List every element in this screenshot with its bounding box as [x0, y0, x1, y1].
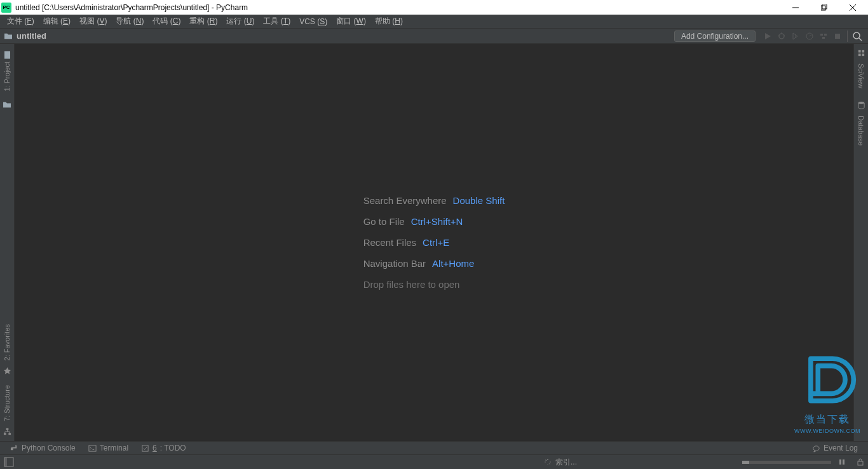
event-log-label: Event Log: [824, 444, 858, 452]
goto-file-shortcut: Ctrl+Shift+N: [411, 216, 463, 227]
search-everywhere-shortcut: Double Shift: [453, 195, 505, 206]
svg-rect-2: [822, 4, 827, 9]
tool-structure[interactable]: 7: Structure: [2, 381, 12, 425]
folder-icon[interactable]: [3, 101, 11, 109]
svg-rect-19: [8, 433, 11, 435]
svg-rect-26: [142, 445, 148, 451]
editor-area[interactable]: Search EverywhereDouble Shift Go to File…: [15, 44, 853, 441]
tool-windows-toggle-icon[interactable]: [4, 457, 14, 467]
terminal-label: Terminal: [100, 444, 128, 452]
empty-state: Search EverywhereDouble Shift Go to File…: [363, 185, 505, 300]
svg-rect-36: [839, 459, 841, 465]
svg-rect-22: [858, 53, 860, 56]
recent-files-shortcut: Ctrl+E: [423, 237, 449, 248]
tool-sciview[interactable]: SciView: [856, 60, 866, 92]
lock-icon[interactable]: [857, 458, 864, 466]
star-icon: [3, 367, 11, 375]
add-configuration-button[interactable]: Add Configuration...: [674, 31, 756, 42]
minimize-button[interactable]: [781, 0, 810, 15]
menu-bar: 文件 (F) 编辑 (E) 视图 (V) 导航 (N) 代码 (C) 重构 (R…: [0, 15, 868, 29]
close-button[interactable]: [838, 0, 867, 15]
svg-rect-20: [858, 50, 860, 53]
status-bar: 索引...: [0, 454, 868, 469]
todo-num: 6: [153, 444, 157, 452]
svg-rect-29: [4, 458, 7, 466]
menu-window[interactable]: 窗口 (W): [332, 15, 370, 28]
tool-sciview-label: SciView: [857, 64, 865, 88]
svg-rect-10: [820, 34, 823, 36]
breadcrumb-project[interactable]: untitled: [17, 31, 46, 41]
svg-line-15: [859, 38, 862, 41]
profile-icon[interactable]: [803, 29, 817, 43]
todo-icon: [141, 444, 149, 452]
spinner-icon: [544, 458, 552, 466]
menu-vcs[interactable]: VCS (S): [295, 16, 332, 27]
python-console-label: Python Console: [22, 444, 76, 452]
search-everywhere-icon[interactable]: [850, 29, 864, 43]
tool-terminal[interactable]: Terminal: [82, 444, 135, 452]
left-tool-stripe: 1: Project 2: Favorites 7: Structure: [0, 44, 15, 441]
tool-structure-label: 7: Structure: [3, 385, 11, 421]
menu-navigate[interactable]: 导航 (N): [111, 15, 148, 28]
goto-file-label: Go to File: [363, 216, 405, 227]
svg-rect-18: [3, 433, 6, 435]
svg-rect-1: [821, 6, 825, 10]
svg-point-14: [853, 32, 860, 39]
svg-line-34: [545, 460, 546, 461]
title-bar: PC untitled [C:\Users\Administrator\Pych…: [0, 0, 868, 15]
project-icon: [3, 50, 11, 59]
svg-point-5: [779, 34, 784, 39]
sciview-icon: [857, 49, 865, 57]
window-title: untitled [C:\Users\Administrator\Pycharm…: [15, 3, 781, 12]
menu-view[interactable]: 视图 (V): [75, 15, 111, 28]
svg-rect-25: [89, 445, 96, 451]
tool-project[interactable]: 1: Project: [1, 46, 13, 95]
stop-icon[interactable]: [831, 29, 844, 43]
svg-point-27: [813, 445, 819, 450]
concurrency-icon[interactable]: [817, 29, 831, 43]
pause-icon[interactable]: [839, 459, 845, 465]
tool-database[interactable]: Database: [856, 112, 866, 149]
right-tool-stripe: SciView Database: [853, 44, 868, 441]
svg-line-35: [549, 463, 550, 465]
menu-edit[interactable]: 编辑 (E): [39, 15, 75, 28]
svg-rect-17: [6, 428, 8, 430]
svg-rect-21: [862, 50, 864, 53]
bottom-tool-stripe: Python Console Terminal 6: TODO Event Lo…: [0, 441, 868, 454]
run-icon[interactable]: [761, 29, 775, 43]
menu-tools[interactable]: 工具 (T): [259, 15, 295, 28]
toolbar-separator: [847, 31, 848, 42]
debug-icon[interactable]: [775, 29, 789, 43]
search-everywhere-label: Search Everywhere: [363, 195, 447, 206]
tool-favorites[interactable]: 2: Favorites: [2, 320, 12, 364]
svg-rect-38: [858, 461, 863, 465]
status-text: 索引...: [555, 457, 577, 468]
tool-python-console[interactable]: Python Console: [4, 444, 82, 452]
menu-file[interactable]: 文件 (F): [3, 15, 39, 28]
tool-event-log[interactable]: Event Log: [806, 444, 864, 452]
run-with-coverage-icon[interactable]: [789, 29, 803, 43]
svg-rect-16: [4, 51, 10, 58]
progress-fill: [742, 461, 749, 464]
menu-code[interactable]: 代码 (C): [148, 15, 185, 28]
menu-refactor[interactable]: 重构 (R): [185, 15, 222, 28]
navigation-bar: untitled Add Configuration...: [0, 29, 868, 44]
progress-bar[interactable]: [742, 461, 831, 464]
terminal-icon: [88, 444, 97, 452]
folder-icon: [4, 32, 13, 40]
tool-project-label: 1: Project: [3, 62, 11, 91]
app-icon: PC: [1, 3, 11, 13]
svg-rect-11: [824, 34, 827, 36]
navigation-bar-label: Navigation Bar: [363, 258, 426, 269]
tool-todo[interactable]: 6: TODO: [135, 444, 193, 452]
maximize-button[interactable]: [810, 0, 838, 15]
navigation-bar-shortcut: Alt+Home: [432, 258, 474, 269]
svg-rect-37: [843, 459, 844, 465]
menu-help[interactable]: 帮助 (H): [370, 15, 407, 28]
database-icon: [857, 101, 865, 109]
svg-rect-13: [835, 34, 840, 39]
structure-icon: [3, 428, 11, 436]
svg-rect-23: [862, 53, 864, 56]
todo-label: : TODO: [160, 444, 186, 452]
menu-run[interactable]: 运行 (U): [222, 15, 259, 28]
